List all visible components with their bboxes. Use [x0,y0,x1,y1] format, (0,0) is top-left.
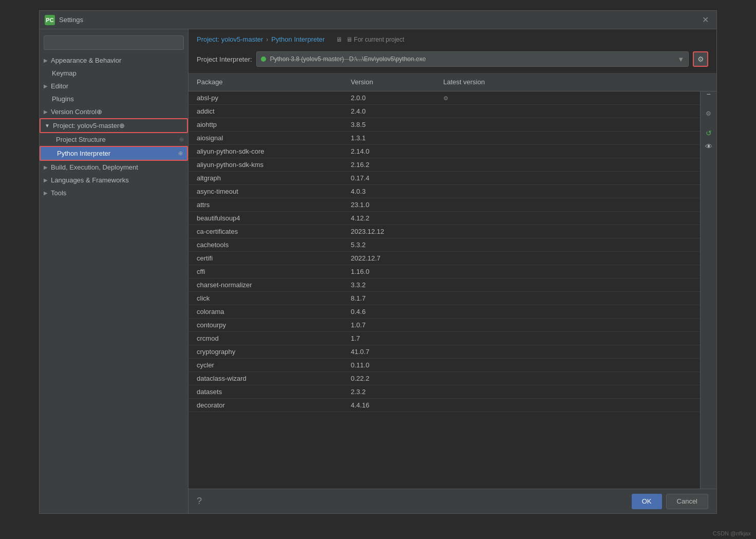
sidebar-item-tools[interactable]: ▶ Tools [40,187,188,199]
right-panel: Project: yolov5-master › Python Interpre… [188,29,716,513]
package-latest [435,319,716,331]
expand-arrow: ▶ [44,164,48,170]
table-row[interactable]: certifi 2022.12.7 [188,252,716,265]
table-row[interactable]: addict 2.4.0 [188,105,716,118]
sidebar-item-languages[interactable]: ▶ Languages & Frameworks [40,174,188,187]
loading-button[interactable]: ⚙ [703,108,714,119]
package-version: 8.1.7 [343,292,435,305]
package-latest [435,332,716,345]
package-name: aiohttp [188,118,343,131]
breadcrumb-current[interactable]: Python Interpreter [271,35,325,43]
package-name: beautifulsoup4 [188,212,343,225]
gear-button[interactable]: ⚙ [693,51,708,67]
monitor-icon: 🖥 [336,36,342,43]
package-name: aiosignal [188,132,343,144]
table-row[interactable]: decorator 4.4.16 [188,399,716,412]
package-latest [435,359,716,371]
package-latest [435,172,716,184]
package-version: 3.3.2 [343,278,435,291]
eye-button[interactable]: 👁 [703,141,714,152]
help-button[interactable]: ? [197,496,202,507]
table-row[interactable]: cachetools 5.3.2 [188,238,716,252]
search-input[interactable] [48,39,179,46]
package-version: 2.4.0 [343,105,435,118]
packages-table[interactable]: Package Version Latest version absl-py 2… [188,73,716,489]
sidebar-item-python-interpreter[interactable]: Python Interpreter ⊕ [40,146,188,161]
refresh-button[interactable]: ↺ [703,127,714,139]
table-row[interactable]: async-timeout 4.0.3 [188,185,716,198]
package-version: 2.16.2 [343,158,435,171]
ok-button[interactable]: OK [632,494,662,509]
sidebar-item-project-structure[interactable]: Project Structure ⊕ [40,133,188,146]
close-button[interactable]: ✕ [699,14,711,26]
sidebar-item-appearance[interactable]: ▶ Appearance & Behavior [40,54,188,67]
table-row[interactable]: click 8.1.7 [188,292,716,305]
sidebar-item-label: Project: yolov5-master [53,122,119,129]
package-latest [435,385,716,398]
package-version: 23.1.0 [343,198,435,211]
package-version: 2.3.2 [343,385,435,398]
package-latest [435,198,716,211]
interpreter-label: Project Interpreter: [197,55,252,63]
table-row[interactable]: dataclass-wizard 0.22.2 [188,372,716,385]
copy-icon: ⊕ [119,122,125,129]
sidebar-item-label: Keymap [52,69,77,77]
table-row[interactable]: cycler 0.11.0 [188,359,716,372]
package-name: ca-certificates [188,225,343,238]
table-row[interactable]: altgraph 0.17.4 [188,172,716,185]
table-row[interactable]: aiohttp 3.8.5 [188,118,716,132]
search-box[interactable] [44,35,184,50]
table-row[interactable]: beautifulsoup4 4.12.2 [188,212,716,225]
table-row[interactable]: aliyun-python-sdk-kms 2.16.2 [188,158,716,172]
table-row[interactable]: datasets 2.3.2 [188,385,716,399]
table-row[interactable]: contourpy 1.0.7 [188,319,716,332]
package-latest [435,145,716,158]
copy-icon: ⊕ [178,150,183,157]
interpreter-dropdown[interactable]: Python 3.8 (yolov5-master) D:\...\Env\yo… [256,51,689,67]
expand-arrow: ▶ [44,109,48,115]
table-row[interactable]: attrs 23.1.0 [188,198,716,212]
package-version: 2.14.0 [343,145,435,158]
package-name: cffi [188,265,343,278]
package-latest [435,345,716,358]
refresh-icon: ↺ [706,129,712,137]
package-version: 2022.12.7 [343,252,435,265]
table-row[interactable]: colorama 0.4.6 [188,305,716,319]
table-row[interactable]: absl-py 2.0.0 ⚙ [188,91,716,105]
package-version: 0.11.0 [343,359,435,371]
sidebar-item-label: Version Control [51,108,97,116]
package-latest: ⚙ [435,91,716,104]
package-latest [435,212,716,225]
cancel-button[interactable]: Cancel [666,494,708,509]
breadcrumb-project[interactable]: Project: yolov5-master [197,35,263,43]
sidebar-item-plugins[interactable]: Plugins [40,92,188,105]
package-latest [435,399,716,412]
table-row[interactable]: crcmod 1.7 [188,332,716,345]
sidebar-item-version-control[interactable]: ▶ Version Control ⊕ [40,105,188,118]
sidebar-item-build[interactable]: ▶ Build, Execution, Deployment [40,161,188,174]
packages-area: Package Version Latest version absl-py 2… [188,73,716,489]
sidebar-item-editor[interactable]: ▶ Editor [40,80,188,92]
interpreter-path: Python 3.8 (yolov5-master) D:\...\Env\yo… [270,55,673,63]
package-version: 0.22.2 [343,372,435,385]
table-row[interactable]: aiosignal 1.3.1 [188,132,716,145]
sidebar-item-project[interactable]: ▼ Project: yolov5-master ⊕ [40,118,188,133]
package-name: addict [188,105,343,118]
package-version: 41.0.7 [343,345,435,358]
sidebar-item-label: Plugins [52,95,74,103]
sidebar-item-keymap[interactable]: Keymap [40,67,188,80]
package-name: colorama [188,305,343,318]
package-version: 0.4.6 [343,305,435,318]
table-row[interactable]: aliyun-python-sdk-core 2.14.0 [188,145,716,158]
package-latest [435,372,716,385]
main-content: ▶ Appearance & Behavior Keymap ▶ Editor … [40,29,716,513]
table-row[interactable]: charset-normalizer 3.3.2 [188,278,716,292]
table-row[interactable]: cryptography 41.0.7 [188,345,716,359]
table-row[interactable]: cffi 1.16.0 [188,265,716,278]
table-row[interactable]: ca-certificates 2023.12.12 [188,225,716,238]
package-latest [435,105,716,118]
app-icon: PC [45,15,55,25]
package-latest [435,132,716,144]
package-name: datasets [188,385,343,398]
footer: ? OK Cancel [188,489,716,513]
